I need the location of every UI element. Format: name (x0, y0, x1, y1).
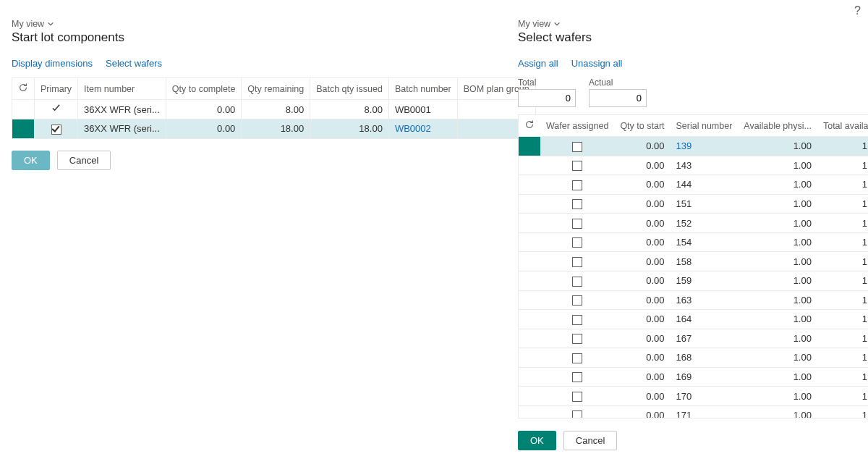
cell-serial: 164 (671, 310, 739, 329)
wafer-checkbox[interactable] (572, 410, 582, 418)
left-myview-dropdown[interactable]: My view (12, 19, 495, 29)
wafer-checkbox[interactable] (572, 295, 582, 306)
total-input[interactable] (518, 89, 576, 107)
wafer-checkbox[interactable] (572, 199, 582, 209)
col-avail-phys[interactable]: Available physi... (738, 115, 817, 137)
cell-qty-start: 0.00 (614, 367, 670, 387)
cell-qty-complete: 0.00 (166, 119, 242, 139)
cell-item: 36XX WFR (seri... (78, 100, 166, 119)
cell-total-avail: 1.00 (817, 232, 868, 252)
cell-serial: 167 (671, 329, 739, 348)
wafer-checkbox[interactable] (572, 219, 582, 229)
wafer-checkbox[interactable] (572, 161, 582, 171)
cell-total-avail: 1.00 (817, 348, 868, 368)
cell-total-avail: 1.00 (817, 194, 868, 214)
table-row[interactable]: 0.001591.001.00 (519, 271, 868, 290)
table-row[interactable]: 0.001701.001.00 (519, 387, 868, 406)
left-ok-button[interactable]: OK (12, 151, 50, 170)
table-row[interactable]: 0.001391.001.00 (519, 137, 868, 156)
cell-qty-start: 0.00 (614, 214, 670, 233)
table-row[interactable]: 0.001641.001.00 (519, 310, 868, 329)
table-row[interactable]: 0.001521.001.00 (519, 214, 868, 233)
wafer-checkbox[interactable] (572, 257, 582, 267)
table-row[interactable]: 0.001431.001.00 (519, 156, 868, 175)
cell-qty-start: 0.00 (614, 405, 670, 418)
right-cancel-button[interactable]: Cancel (563, 431, 617, 450)
wafer-checkbox[interactable] (572, 277, 582, 287)
col-item[interactable]: Item number (78, 78, 166, 100)
cell-batch-no: WB0001 (388, 100, 457, 119)
col-wafer[interactable]: Wafer assigned (540, 115, 614, 137)
wafer-checkbox[interactable] (572, 237, 582, 248)
cell-avail-phys: 1.00 (738, 310, 817, 329)
chevron-down-icon (47, 20, 54, 28)
wafer-checkbox[interactable] (572, 315, 582, 325)
table-row[interactable]: 0.001711.001.00 (519, 405, 868, 418)
cell-avail-phys: 1.00 (738, 387, 817, 406)
cell-avail-phys: 1.00 (738, 156, 817, 175)
link-unassign-all[interactable]: Unassign all (571, 58, 623, 69)
col-primary[interactable]: Primary (35, 78, 78, 100)
col-qty-remaining[interactable]: Qty remaining (242, 78, 310, 100)
batch-link[interactable]: WB0002 (395, 123, 431, 134)
cell-item: 36XX WFR (seri... (78, 119, 166, 139)
cell-total-avail: 1.00 (817, 271, 868, 290)
cell-qty-start: 0.00 (614, 194, 670, 214)
cell-total-avail: 1.00 (817, 329, 868, 348)
right-ok-button[interactable]: OK (518, 431, 556, 450)
cell-qty-start: 0.00 (614, 310, 670, 329)
col-serial[interactable]: Serial number (671, 115, 739, 137)
cell-qty-start: 0.00 (614, 271, 670, 290)
cell-total-avail: 1.00 (817, 290, 868, 310)
primary-checkbox[interactable] (51, 125, 61, 135)
table-row[interactable]: 0.001671.001.00 (519, 329, 868, 348)
wafer-checkbox[interactable] (572, 353, 582, 363)
table-row[interactable]: 0.001441.001.00 (519, 175, 868, 195)
table-row[interactable]: 0.001541.001.00 (519, 232, 868, 252)
cell-total-avail: 1.00 (817, 405, 868, 418)
cell-serial: 170 (671, 387, 739, 406)
table-row[interactable]: 36XX WFR (seri...0.008.008.00WB0001 (12, 100, 536, 119)
cell-total-avail: 1.00 (817, 156, 868, 175)
left-page-title: Start lot components (12, 30, 495, 45)
cell-serial: 171 (671, 405, 739, 418)
col-qty-start[interactable]: Qty to start (614, 115, 670, 137)
cell-total-avail: 1.00 (817, 387, 868, 406)
cell-avail-phys: 1.00 (738, 329, 817, 348)
left-cancel-button[interactable]: Cancel (57, 151, 111, 170)
cell-avail-phys: 1.00 (738, 214, 817, 233)
cell-avail-phys: 1.00 (738, 137, 817, 156)
cell-avail-phys: 1.00 (738, 367, 817, 387)
wafer-checkbox[interactable] (572, 372, 582, 382)
col-batch-no[interactable]: Batch number (388, 78, 457, 100)
cell-avail-phys: 1.00 (738, 405, 817, 418)
table-row[interactable]: 0.001691.001.00 (519, 367, 868, 387)
right-myview-dropdown[interactable]: My view (518, 19, 868, 29)
col-batch-qty[interactable]: Batch qty issued (310, 78, 389, 100)
col-total-avail[interactable]: Total available ⋮ (817, 115, 868, 137)
table-row[interactable]: 0.001631.001.00 (519, 290, 868, 310)
table-row[interactable]: 0.001581.001.00 (519, 252, 868, 271)
right-pane: My view Select wafers Assign all Unassig… (506, 0, 868, 459)
cell-qty-start: 0.00 (614, 387, 670, 406)
table-row[interactable]: 36XX WFR (seri...0.0018.0018.00WB0002 (12, 119, 536, 139)
cell-qty-start: 0.00 (614, 175, 670, 195)
link-display-dimensions[interactable]: Display dimensions (12, 58, 93, 69)
table-row[interactable]: 0.001681.001.00 (519, 348, 868, 368)
cell-serial: 168 (671, 348, 739, 368)
refresh-button[interactable] (519, 115, 540, 137)
wafer-checkbox[interactable] (572, 392, 582, 402)
wafer-checkbox[interactable] (572, 334, 582, 344)
table-row[interactable]: 0.001511.001.00 (519, 194, 868, 214)
wafer-checkbox[interactable] (572, 142, 582, 152)
wafer-checkbox[interactable] (572, 180, 582, 190)
col-qty-complete[interactable]: Qty to complete (166, 78, 242, 100)
cell-serial: 152 (671, 214, 739, 233)
refresh-button[interactable] (12, 78, 35, 100)
serial-link[interactable]: 139 (676, 140, 692, 151)
link-select-wafers[interactable]: Select wafers (106, 58, 162, 69)
cell-qty-remaining: 8.00 (242, 100, 310, 119)
link-assign-all[interactable]: Assign all (518, 58, 558, 69)
cell-serial: 139 (671, 137, 739, 156)
actual-input[interactable] (589, 89, 647, 107)
